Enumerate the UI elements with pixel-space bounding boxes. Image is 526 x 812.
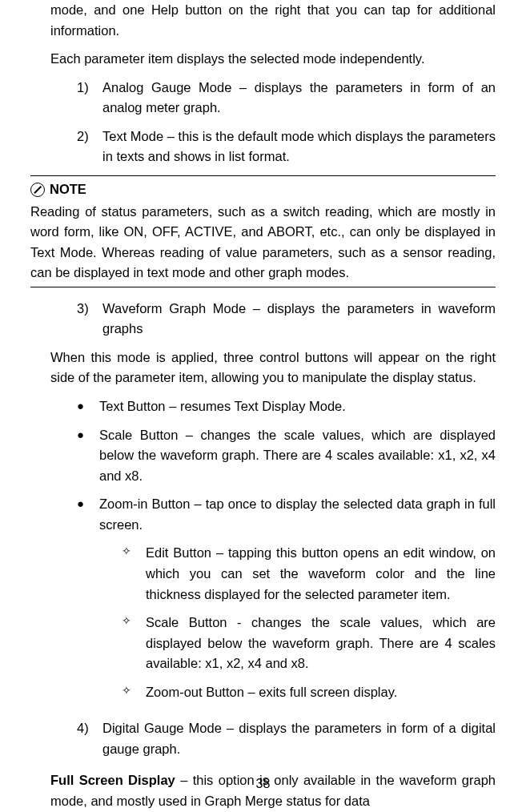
diamond-marker: ✧ <box>122 543 146 605</box>
note-body: Reading of status parameters, such as a … <box>30 202 496 283</box>
list-text: Waveform Graph Mode – displays the param… <box>102 299 496 340</box>
divider-bottom <box>30 287 496 287</box>
note-section: NOTE Reading of status parameters, such … <box>30 179 496 283</box>
list-item: 4) Digital Gauge Mode – displays the par… <box>77 718 496 759</box>
list-item: ● Zoom-in Button – tap once to display t… <box>77 494 496 710</box>
list-text: Text Mode – this is the default mode whi… <box>102 127 496 167</box>
intro-paragraph-2: Each parameter item displays the selecte… <box>50 49 496 70</box>
list-item: 1) Analog Gauge Mode – displays the para… <box>77 78 496 119</box>
note-heading: NOTE <box>30 179 496 200</box>
list-item: ✧ Zoom-out Button – exits full screen di… <box>122 682 496 703</box>
intro-paragraph-1: mode, and one Help button on the right t… <box>50 0 496 41</box>
numbered-list-3: 4) Digital Gauge Mode – displays the par… <box>50 718 496 759</box>
list-item: ✧ Edit Button – tapping this button open… <box>122 543 496 605</box>
list-text: Zoom-in Button – tap once to display the… <box>99 494 496 710</box>
bullet-marker: ● <box>77 425 99 487</box>
after-item-3: When this mode is applied, three control… <box>50 348 496 388</box>
list-marker: 4) <box>77 718 102 759</box>
list-marker: 3) <box>77 299 102 340</box>
list-text: Text Button – resumes Text Display Mode. <box>99 396 496 417</box>
page-number: 38 <box>0 774 526 794</box>
numbered-list-2: 3) Waveform Graph Mode – displays the pa… <box>50 299 496 340</box>
list-item: ✧ Scale Button - changes the scale value… <box>122 613 496 674</box>
bullet-list: ● Text Button – resumes Text Display Mod… <box>50 396 496 710</box>
diamond-marker: ✧ <box>122 682 146 703</box>
list-marker: 1) <box>77 78 102 119</box>
bullet-marker: ● <box>77 494 99 710</box>
list-text: Zoom-out Button – exits full screen disp… <box>146 682 496 703</box>
bullet-text-content: Zoom-in Button – tap once to display the… <box>99 496 496 532</box>
list-text: Analog Gauge Mode – displays the paramet… <box>102 78 496 119</box>
note-title: NOTE <box>50 179 86 200</box>
list-text: Edit Button – tapping this button opens … <box>146 543 496 605</box>
bullet-marker: ● <box>77 396 99 417</box>
list-text: Digital Gauge Mode – displays the parame… <box>102 718 496 759</box>
numbered-list-1: 1) Analog Gauge Mode – displays the para… <box>50 78 496 167</box>
diamond-marker: ✧ <box>122 613 146 674</box>
list-text: Scale Button - changes the scale values,… <box>146 613 496 674</box>
list-item: ● Scale Button – changes the scale value… <box>77 425 496 487</box>
note-icon <box>30 183 45 197</box>
divider-top <box>30 175 496 176</box>
list-item: ● Text Button – resumes Text Display Mod… <box>77 396 496 417</box>
diamond-list: ✧ Edit Button – tapping this button open… <box>99 543 496 702</box>
list-item: 3) Waveform Graph Mode – displays the pa… <box>77 299 496 340</box>
list-item: 2) Text Mode – this is the default mode … <box>77 127 496 167</box>
list-marker: 2) <box>77 127 102 167</box>
list-text: Scale Button – changes the scale values,… <box>99 425 496 487</box>
